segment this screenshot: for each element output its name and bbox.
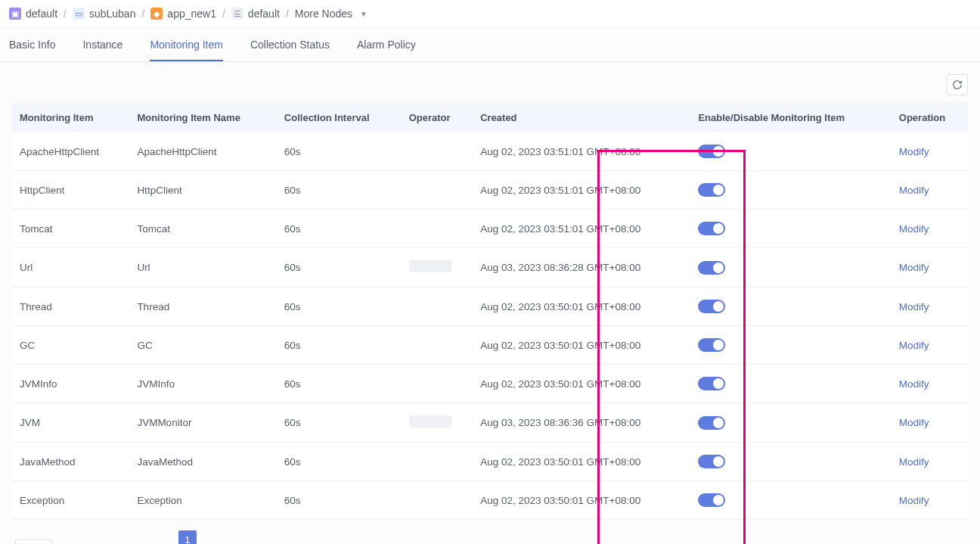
table-row: TomcatTomcat60sAug 02, 2023 03:51:01 GMT… [12, 210, 968, 248]
column-header: Enable/Disable Monitoring Item [690, 103, 891, 132]
table-row: GCGC60sAug 02, 2023 03:50:01 GMT+08:00Mo… [12, 326, 968, 365]
table-cell: 60s [277, 326, 402, 365]
table-row: HttpClientHttpClient60sAug 02, 2023 03:5… [12, 171, 968, 210]
operator-redacted [409, 415, 451, 427]
table-cell: JVMInfo [12, 365, 129, 403]
project-icon: ▣ [9, 8, 21, 20]
separator-icon: / [222, 8, 225, 20]
table-cell: Aug 03, 2023 08:36:36 GMT+08:00 [473, 403, 690, 443]
table-cell [402, 365, 473, 403]
table-cell: Thread [129, 288, 276, 326]
table-cell: Modify [892, 326, 968, 365]
table-row: ExceptionException60sAug 02, 2023 03:50:… [12, 481, 968, 520]
table-cell: 60s [277, 171, 402, 210]
breadcrumb-item[interactable]: app_new1 [167, 8, 216, 20]
enable-toggle[interactable] [698, 145, 725, 158]
table-row: JVMJVMMonitor60sAug 03, 2023 08:36:36 GM… [12, 403, 968, 443]
table-cell: Url [12, 248, 129, 288]
table-cell: 60s [277, 365, 402, 403]
separator-icon: / [64, 8, 67, 20]
breadcrumb: ▣ default / ▭ subLuban / ◆ app_new1 / ☰ … [0, 0, 980, 28]
table-cell: ApacheHttpClient [129, 132, 276, 171]
table-cell: JVMMonitor [129, 403, 276, 443]
table-cell: Modify [892, 403, 968, 443]
table-cell [690, 481, 891, 520]
operator-redacted [409, 260, 451, 272]
table-cell [690, 365, 891, 403]
table-cell [402, 326, 473, 365]
enable-toggle[interactable] [698, 261, 725, 275]
breadcrumb-item[interactable]: default [26, 8, 57, 20]
column-header: Operation [892, 103, 968, 132]
prev-page-button[interactable]: ‹ [156, 539, 174, 544]
next-page-button[interactable]: › [201, 539, 219, 544]
modify-link[interactable]: Modify [899, 223, 929, 235]
table-cell: JavaMethod [129, 443, 276, 481]
table-cell: Modify [892, 132, 968, 171]
tab-collection-status[interactable]: Collection Status [250, 28, 330, 61]
enable-toggle[interactable] [698, 377, 725, 390]
table-cell: Aug 02, 2023 03:50:01 GMT+08:00 [473, 326, 690, 365]
chevron-down-icon[interactable]: ▼ [360, 10, 368, 18]
tab-monitoring-item[interactable]: Monitoring Item [150, 28, 222, 61]
table-cell: HttpClient [129, 171, 276, 210]
modify-link[interactable]: Modify [899, 146, 929, 157]
table-cell: 60s [277, 288, 402, 326]
enable-toggle[interactable] [698, 300, 725, 313]
table-cell [402, 288, 473, 326]
modify-link[interactable]: Modify [899, 340, 929, 351]
table-cell [402, 403, 473, 443]
modify-link[interactable]: Modify [899, 456, 929, 468]
page-1[interactable]: 1 [178, 530, 197, 544]
modify-link[interactable]: Modify [899, 185, 929, 196]
pagination: 10 Total Records: 11 ‹ 12 › [12, 520, 968, 544]
table-cell: Aug 02, 2023 03:50:01 GMT+08:00 [473, 365, 690, 403]
table-cell: Aug 02, 2023 03:50:01 GMT+08:00 [473, 443, 690, 481]
table-cell: JavaMethod [12, 443, 129, 481]
table-cell: Aug 02, 2023 03:51:01 GMT+08:00 [473, 132, 690, 171]
breadcrumb-more-nodes[interactable]: More Nodes [295, 8, 352, 20]
table-cell [402, 481, 473, 520]
table-cell [690, 288, 891, 326]
column-header: Created [473, 103, 690, 132]
table-cell: Exception [12, 481, 129, 520]
table-cell [690, 248, 891, 288]
table-cell [402, 443, 473, 481]
table-cell [690, 403, 891, 443]
modify-link[interactable]: Modify [899, 378, 929, 390]
table-cell: 60s [277, 132, 402, 171]
modify-link[interactable]: Modify [899, 495, 929, 506]
refresh-icon [952, 79, 963, 90]
table-cell: 60s [277, 443, 402, 481]
table-cell: Url [129, 248, 276, 288]
enable-toggle[interactable] [698, 416, 725, 430]
tab-alarm-policy[interactable]: Alarm Policy [357, 28, 416, 61]
tab-instance[interactable]: Instance [82, 28, 122, 61]
table-cell: 60s [277, 210, 402, 248]
table-row: UrlUrl60sAug 03, 2023 08:36:28 GMT+08:00… [12, 248, 968, 288]
enable-toggle[interactable] [698, 493, 725, 507]
tab-bar: Basic InfoInstanceMonitoring ItemCollect… [0, 28, 980, 62]
table-cell [402, 210, 473, 248]
modify-link[interactable]: Modify [899, 301, 929, 312]
modify-link[interactable]: Modify [899, 417, 929, 428]
table-row: ThreadThread60sAug 02, 2023 03:50:01 GMT… [12, 288, 968, 326]
table-cell: Modify [892, 210, 968, 248]
table-cell: Modify [892, 443, 968, 481]
tab-basic-info[interactable]: Basic Info [9, 28, 55, 61]
enable-toggle[interactable] [698, 338, 725, 352]
enable-toggle[interactable] [698, 222, 725, 235]
enable-toggle[interactable] [698, 183, 725, 197]
modify-link[interactable]: Modify [899, 262, 929, 273]
enable-toggle[interactable] [698, 455, 725, 468]
table-row: JVMInfoJVMInfo60sAug 02, 2023 03:50:01 G… [12, 365, 968, 403]
breadcrumb-item[interactable]: subLuban [89, 8, 136, 20]
table-cell [690, 443, 891, 481]
breadcrumb-item[interactable]: default [248, 8, 280, 20]
table-cell: JVMInfo [129, 365, 276, 403]
table-cell [690, 326, 891, 365]
env-icon: ☰ [231, 8, 243, 20]
page-size-select[interactable]: 10 [15, 539, 52, 545]
refresh-button[interactable] [947, 74, 968, 95]
separator-icon: / [286, 8, 289, 20]
